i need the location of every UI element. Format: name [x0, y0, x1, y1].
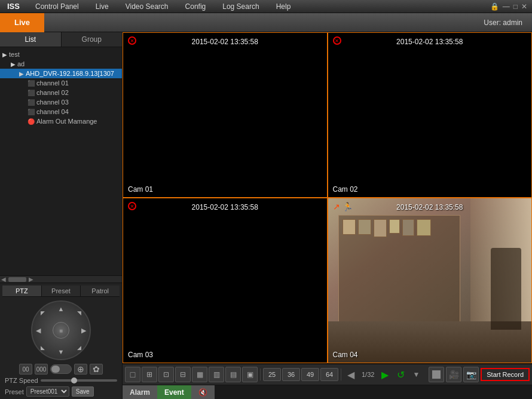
dropdown-button[interactable]: ▼ [409, 367, 423, 382]
page-prev-button[interactable]: ◀ [344, 367, 358, 382]
cam04-timestamp: 2015-02-02 13:35:58 [396, 203, 463, 211]
cam01-status-icon [128, 36, 137, 46]
cam04-feed [328, 198, 532, 363]
camera-cell-02: 2015-02-02 13:35:58 Cam 02 [328, 32, 533, 198]
ptz-speed-label: PTZ Speed [5, 377, 38, 384]
scroll-thumb[interactable] [8, 277, 26, 282]
menu-video-search[interactable]: Video Search [117, 0, 177, 13]
layout-13-button[interactable]: ▤ [225, 367, 241, 382]
tree-area: ▶ test▶ ad▶ AHD_DVR-192.168.9.13[1307⬛ c… [0, 47, 122, 275]
tree-item-6[interactable]: ⬛ channel 04 [0, 107, 122, 116]
menu-log-search[interactable]: Log Search [214, 0, 267, 13]
layout-1-button[interactable]: □ [125, 367, 140, 382]
record-video-button[interactable]: 🎥 [446, 367, 461, 382]
mute-button[interactable]: 🔇 [191, 385, 215, 400]
cam04-label: Cam 04 [333, 351, 358, 359]
layout-6-button[interactable]: ⊡ [158, 367, 174, 382]
ptz-right-button[interactable]: ▶ [81, 327, 86, 334]
close-icon[interactable]: ✕ [521, 2, 527, 11]
tree-item-3[interactable]: ⬛ channel 01 [0, 78, 122, 88]
ptz-upright-button[interactable]: ◥ [77, 310, 81, 316]
start-record-label: Start Record [487, 371, 524, 378]
ptz-area: PTZ Preset Patrol ▲ ▼ ◀ ▶ ◤ ◥ ◣ ◢ ■ 00 [0, 283, 122, 399]
maximize-icon[interactable]: □ [513, 2, 518, 11]
ptz-zoom-out-button[interactable]: 00 [19, 364, 32, 375]
layout-8-button[interactable]: ⊟ [175, 367, 191, 382]
size-25-button[interactable]: 25 [263, 368, 281, 381]
ptz-zoom-in-button[interactable]: 000 [35, 364, 48, 375]
ptz-preset-select[interactable]: Preset001 [26, 386, 69, 397]
ptz-focus-near-button[interactable]: ⊕ [74, 364, 87, 375]
ptz-focus-far-button[interactable]: ✿ [90, 364, 103, 375]
minimize-icon[interactable]: — [503, 2, 510, 11]
menu-control-panel[interactable]: Control Panel [27, 0, 87, 13]
camera-area: 2015-02-02 13:35:58 Cam 01 2015-02-02 13… [123, 32, 532, 399]
app-brand: ISS [0, 2, 27, 11]
cam04-run-icon: 🏃 [343, 202, 353, 211]
menu-help[interactable]: Help [268, 0, 299, 13]
tree-item-4[interactable]: ⬛ channel 02 [0, 88, 122, 97]
tree-item-label-6: channel 04 [36, 108, 69, 115]
event-button[interactable]: Event [157, 385, 191, 400]
tree-item-label-2: AHD_DVR-192.168.9.13[1307 [26, 70, 114, 77]
ptz-stop-button[interactable]: ■ [53, 322, 69, 339]
ptz-speed-slider-thumb[interactable] [71, 377, 77, 383]
ptz-up-button[interactable]: ▲ [58, 305, 65, 312]
size-36-button[interactable]: 36 [282, 368, 300, 381]
stop-icon [432, 370, 441, 379]
size-64-button[interactable]: 64 [320, 368, 338, 381]
alarm-button[interactable]: Alarm [123, 385, 157, 400]
tree-item-0[interactable]: ▶ test [0, 50, 122, 59]
start-record-button[interactable]: Start Record [481, 368, 530, 381]
cam04-item-4 [389, 219, 400, 234]
scroll-left-icon[interactable]: ◀ [0, 276, 7, 283]
tree-item-5[interactable]: ⬛ channel 03 [0, 97, 122, 107]
tree-item-1[interactable]: ▶ ad [0, 59, 122, 69]
sidebar-tab-list[interactable]: List [0, 32, 62, 47]
layout-4-button[interactable]: ⊞ [142, 367, 157, 382]
page-next-button[interactable]: ▶ [378, 367, 392, 382]
ptz-upleft-button[interactable]: ◤ [41, 310, 45, 316]
snapshot-button[interactable]: 📷 [463, 367, 479, 382]
cam01-timestamp: 2015-02-02 13:35:58 [192, 38, 258, 46]
user-label: User: admin [474, 19, 532, 27]
tree-item-2[interactable]: ▶ AHD_DVR-192.168.9.13[1307 [0, 69, 122, 78]
tree-item-7[interactable]: 🔴 Alarm Out Mamange [0, 116, 122, 126]
toolbar-right: 🎥 📷 Start Record [429, 367, 530, 382]
ptz-speed-row: PTZ Speed [2, 377, 120, 384]
ptz-down-button[interactable]: ▼ [58, 348, 65, 355]
ptz-downleft-button[interactable]: ◣ [41, 345, 45, 351]
layout-16-button[interactable]: ▣ [242, 367, 258, 382]
ptz-speed-slider[interactable] [41, 379, 117, 382]
cam04-item-2 [358, 219, 371, 235]
cam02-error-icon [333, 36, 341, 45]
cam03-timestamp: 2015-02-02 13:35:58 [192, 203, 258, 211]
refresh-button[interactable]: ↺ [393, 367, 408, 382]
layout-9-button[interactable]: ▦ [192, 367, 207, 382]
menu-items: Control Panel Live Video Search Config L… [27, 0, 485, 13]
tree-item-label-1: ad [17, 60, 25, 67]
horizontal-scrollbar[interactable]: ◀ ▶ [0, 275, 122, 283]
ptz-save-button[interactable]: Save [72, 386, 94, 397]
page-indicator: 1/32 [359, 371, 377, 378]
ptz-tab-ptz[interactable]: PTZ [2, 286, 42, 296]
menu-config[interactable]: Config [177, 0, 215, 13]
menu-live[interactable]: Live [87, 0, 117, 13]
cam04-item-1 [343, 219, 356, 235]
tab-live[interactable]: Live [0, 13, 44, 32]
lock-icon[interactable]: 🔒 [490, 2, 499, 11]
ptz-tab-patrol[interactable]: Patrol [81, 286, 120, 296]
tree-item-label-5: channel 03 [36, 99, 69, 106]
menubar: ISS Control Panel Live Video Search Conf… [0, 0, 532, 13]
stop-button[interactable] [429, 367, 444, 382]
ptz-left-button[interactable]: ◀ [36, 327, 41, 334]
tabbar: Live User: admin [0, 13, 532, 32]
ptz-tab-preset[interactable]: Preset [42, 286, 81, 296]
size-49-button[interactable]: 49 [301, 368, 319, 381]
layout-10-button[interactable]: ▥ [209, 367, 224, 382]
ptz-toggle-1[interactable] [50, 364, 72, 374]
ptz-joystick[interactable]: ▲ ▼ ◀ ▶ ◤ ◥ ◣ ◢ ■ [31, 300, 91, 360]
ptz-downright-button[interactable]: ◢ [77, 345, 81, 351]
scroll-right-icon[interactable]: ▶ [27, 276, 35, 283]
sidebar-tab-group[interactable]: Group [62, 32, 123, 47]
